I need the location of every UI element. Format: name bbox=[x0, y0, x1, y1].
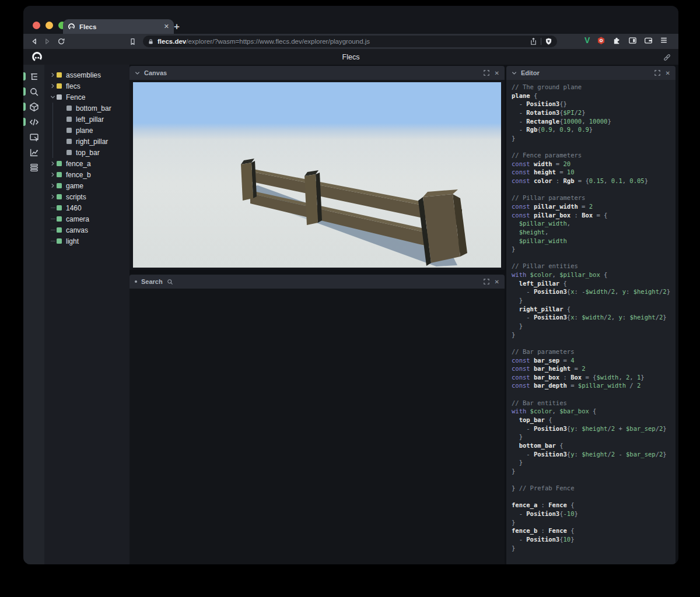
code-line: fence_b : Fence { bbox=[512, 526, 676, 535]
close-panel-icon[interactable]: ✕ bbox=[666, 70, 670, 76]
code-editor[interactable]: // The ground planeplane { - Position3{}… bbox=[506, 80, 676, 564]
chevron-right-icon[interactable] bbox=[49, 161, 57, 166]
main-area: assembliesflecsFencebottom_barleft_pilla… bbox=[23, 65, 678, 564]
code-line: // Bar entities bbox=[512, 399, 676, 408]
back-button-icon[interactable] bbox=[28, 36, 41, 47]
chevron-down-icon[interactable] bbox=[512, 71, 517, 76]
brave-shield-icon[interactable] bbox=[545, 37, 552, 45]
code-line: } bbox=[512, 322, 676, 331]
code-line bbox=[512, 390, 676, 399]
tree-item-1460[interactable]: 1460 bbox=[44, 202, 130, 213]
canvas-3d-viewport[interactable] bbox=[130, 80, 505, 270]
chevron-right-icon[interactable] bbox=[49, 183, 57, 188]
app-header: Flecs bbox=[23, 49, 678, 66]
wallet-icon[interactable] bbox=[644, 36, 653, 45]
tree-item-camera[interactable]: camera bbox=[44, 213, 130, 224]
sidebar-search-icon[interactable] bbox=[23, 84, 44, 99]
tree-item-right_pillar[interactable]: right_pillar bbox=[44, 136, 130, 147]
code-line: // Pillar parameters bbox=[512, 194, 676, 202]
reload-button-icon[interactable] bbox=[55, 36, 68, 47]
chevron-down-icon[interactable] bbox=[49, 94, 57, 100]
tree-item-label: 1460 bbox=[66, 204, 82, 212]
logs-icon bbox=[29, 163, 39, 173]
tree-item-flecs[interactable]: flecs bbox=[44, 80, 130, 92]
code-line: const bar_sep = 4 bbox=[512, 356, 676, 365]
chevron-right-icon[interactable] bbox=[49, 72, 57, 78]
fullscreen-icon[interactable] bbox=[654, 70, 660, 76]
code-line: $height, bbox=[512, 228, 676, 237]
tree-item-label: left_pillar bbox=[76, 115, 104, 124]
tab-close-icon[interactable]: ✕ bbox=[164, 23, 169, 30]
traffic-lights[interactable] bbox=[33, 22, 66, 29]
sidebar-cube-icon[interactable] bbox=[23, 99, 44, 114]
sidebar-inspector-icon[interactable] bbox=[23, 129, 44, 145]
code-line: } bbox=[512, 467, 676, 476]
chevron-right-icon[interactable] bbox=[49, 83, 57, 89]
forward-button-icon[interactable] bbox=[41, 36, 54, 47]
tree-item-Fence[interactable]: Fence bbox=[44, 92, 130, 103]
sidebar-tree-icon[interactable] bbox=[23, 69, 44, 84]
code-line: const width = 20 bbox=[512, 160, 676, 168]
tree-item-scripts[interactable]: scripts bbox=[44, 191, 130, 202]
entity-color-swatch bbox=[57, 238, 62, 244]
bookmark-icon[interactable] bbox=[126, 36, 139, 47]
tree-item-fence_b[interactable]: fence_b bbox=[44, 169, 130, 180]
new-tab-button[interactable]: + bbox=[170, 21, 183, 33]
link-icon[interactable] bbox=[663, 53, 671, 62]
red-extension-icon[interactable] bbox=[597, 36, 606, 45]
tree-item-left_pillar[interactable]: left_pillar bbox=[44, 114, 130, 125]
tree-item-fence_a[interactable]: fence_a bbox=[44, 158, 130, 169]
code-line: const color : Rgb = {0.15, 0.1, 0.05} bbox=[512, 177, 676, 185]
fullscreen-icon[interactable] bbox=[484, 279, 489, 285]
code-line: - Rotation3{$PI/2} bbox=[512, 108, 676, 117]
tree-item-game[interactable]: game bbox=[44, 180, 130, 191]
tree-item-label: assemblies bbox=[66, 71, 101, 79]
tree-item-assemblies[interactable]: assemblies bbox=[44, 69, 130, 80]
sidebar-panel-icon[interactable] bbox=[628, 36, 637, 45]
close-panel-icon[interactable]: ✕ bbox=[495, 70, 499, 76]
vue-devtools-extension-icon[interactable]: V bbox=[584, 36, 590, 45]
active-indicator bbox=[23, 118, 26, 126]
code-line: with $color, $pillar_box { bbox=[512, 271, 676, 279]
canvas-panel-header[interactable]: Canvas ✕ bbox=[130, 66, 505, 80]
chevron-right-icon[interactable] bbox=[49, 194, 57, 199]
tree-item-top_bar[interactable]: top_bar bbox=[44, 147, 130, 158]
code-line: bottom_bar { bbox=[512, 441, 676, 450]
tree-item-label: plane bbox=[76, 127, 93, 135]
tree-item-light[interactable]: light bbox=[44, 236, 130, 247]
sidebar-logs-icon[interactable] bbox=[23, 160, 44, 175]
tree-item-label: bottom_bar bbox=[76, 104, 111, 113]
tree-item-label: top_bar bbox=[76, 149, 100, 157]
code-line: $pillar_width bbox=[512, 237, 676, 245]
browser-tab[interactable]: Flecs ✕ bbox=[63, 19, 174, 34]
chevron-down-icon[interactable] bbox=[135, 71, 140, 76]
sidebar-chart-icon[interactable] bbox=[23, 145, 44, 160]
extensions-puzzle-icon[interactable] bbox=[612, 36, 621, 45]
search-panel-body[interactable] bbox=[130, 289, 505, 564]
tree-item-canvas[interactable]: canvas bbox=[44, 224, 130, 236]
entity-color-swatch bbox=[57, 72, 62, 78]
search-panel-header[interactable]: Search ✕ bbox=[130, 275, 505, 289]
canvas-panel-title: Canvas bbox=[144, 69, 480, 76]
entity-color-swatch bbox=[57, 83, 62, 89]
close-panel-icon[interactable]: ✕ bbox=[495, 279, 499, 285]
search-magnifier-icon bbox=[167, 279, 480, 285]
minimize-window-button[interactable] bbox=[46, 22, 53, 29]
close-window-button[interactable] bbox=[33, 22, 40, 29]
chevron-right-icon[interactable] bbox=[49, 172, 57, 177]
share-icon[interactable] bbox=[530, 37, 537, 45]
menu-hamburger-icon[interactable] bbox=[660, 36, 668, 44]
url-host: flecs.dev bbox=[158, 38, 186, 45]
url-bar[interactable]: flecs.dev/explorer/?wasm=https://www.fle… bbox=[143, 36, 557, 47]
tree-item-bottom_bar[interactable]: bottom_bar bbox=[44, 103, 130, 114]
code-line: // Fence parameters bbox=[512, 151, 676, 160]
code-line bbox=[512, 475, 676, 484]
tree-item-plane[interactable]: plane bbox=[44, 125, 130, 136]
fullscreen-icon[interactable] bbox=[484, 70, 489, 76]
editor-panel-header[interactable]: Editor ✕ bbox=[506, 66, 676, 80]
flecs-logo-icon bbox=[32, 51, 43, 62]
code-line bbox=[512, 339, 676, 347]
entity-color-swatch bbox=[57, 227, 62, 233]
sidebar-code-icon[interactable] bbox=[23, 114, 44, 129]
tab-favicon-flecs-icon bbox=[68, 23, 75, 30]
